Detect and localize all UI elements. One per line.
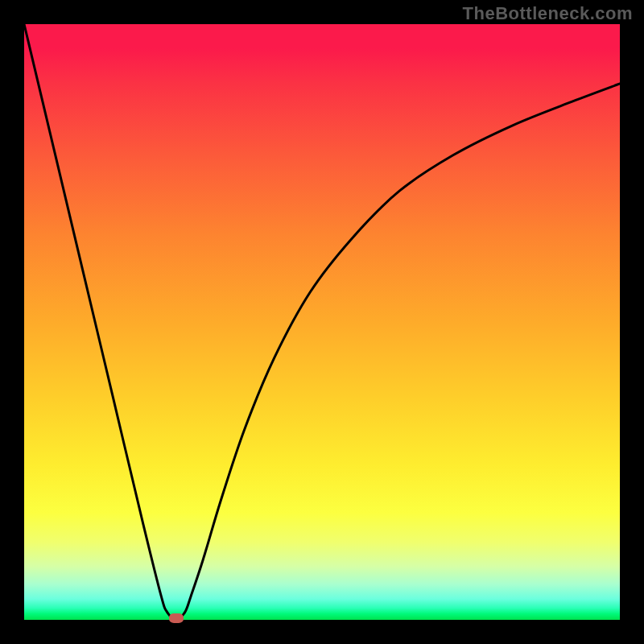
chart-frame: TheBottleneck.com bbox=[0, 0, 644, 644]
watermark-text: TheBottleneck.com bbox=[463, 3, 633, 24]
plot-area bbox=[24, 24, 620, 620]
curve-svg bbox=[24, 24, 620, 620]
curve-path bbox=[24, 24, 620, 620]
vertex-marker bbox=[169, 613, 184, 623]
